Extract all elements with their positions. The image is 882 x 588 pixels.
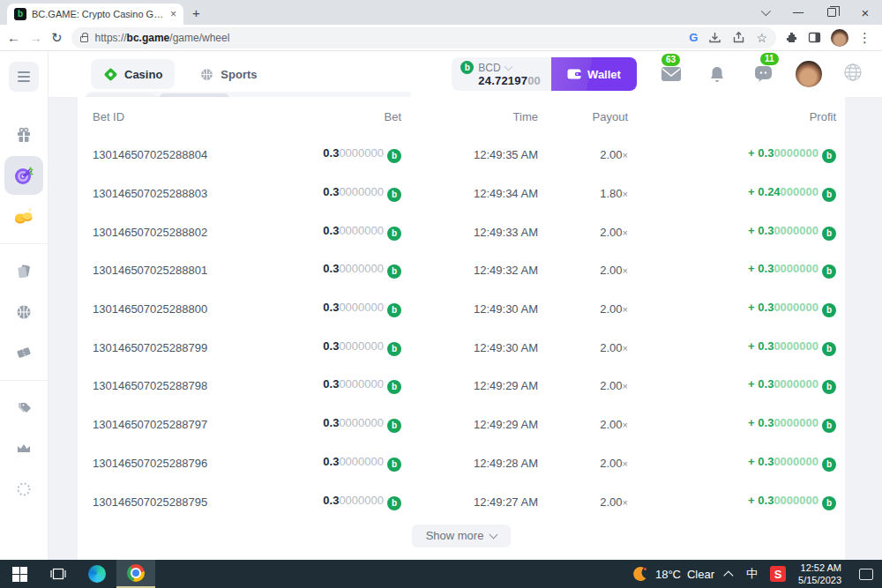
language-button[interactable] [843, 63, 863, 86]
ime-indicator[interactable]: 中 [746, 566, 758, 582]
col-payout: Payout [538, 110, 628, 123]
tab-sports[interactable]: Sports [191, 59, 265, 89]
weather-widget[interactable]: 18°C Clear [632, 565, 714, 583]
table-row[interactable]: 130146507025288795 0.30000000b 12:49:27 … [78, 482, 845, 521]
table-row[interactable]: 130146507025288796 0.30000000b 12:49:28 … [78, 444, 845, 483]
browser-profile-avatar[interactable] [831, 29, 848, 47]
bet-id: 130146507025288798 [93, 379, 280, 392]
bet-id: 130146507025288797 [93, 418, 280, 431]
restore-button[interactable] [815, 0, 848, 25]
tab-search-icon[interactable] [748, 0, 781, 25]
tab-casino[interactable]: Casino [91, 59, 175, 89]
table-row[interactable]: 130146507025288803 0.30000000b 12:49:34 … [78, 175, 845, 213]
clipped-tab-selected[interactable] [159, 93, 229, 97]
tags-icon [15, 399, 33, 417]
sidebar-item-community[interactable] [0, 469, 49, 510]
sidebar-item-sports[interactable] [0, 292, 49, 332]
address-bar[interactable]: https://bc.game/game/wheel G ☆ [71, 27, 776, 48]
reload-icon[interactable]: ↻ [51, 30, 63, 46]
coin-icon: b [822, 149, 836, 163]
start-button[interactable] [0, 560, 39, 588]
bet-payout: 2.00× [538, 379, 628, 392]
bet-payout: 2.00× [538, 264, 628, 277]
bet-time: 12:49:30 AM [401, 341, 538, 354]
bookmark-star-icon[interactable]: ☆ [756, 31, 767, 45]
minimize-button[interactable]: — [781, 0, 815, 25]
dots-circle-icon [15, 480, 33, 498]
share-icon[interactable] [732, 31, 745, 44]
sidebar-item-bonus[interactable] [0, 115, 49, 155]
forward-icon[interactable]: → [29, 30, 42, 45]
clock[interactable]: 12:52 AM 5/15/2023 [798, 562, 841, 587]
clipped-tab[interactable] [86, 93, 157, 97]
clock-date: 5/15/2023 [798, 574, 841, 586]
close-window-button[interactable]: × [848, 0, 882, 25]
bet-amount: 0.30000000b [280, 494, 401, 510]
sidebar-item-games[interactable] [0, 251, 49, 292]
task-view-button[interactable] [39, 560, 78, 588]
coin-icon: b [387, 188, 401, 202]
side-panel-icon[interactable] [808, 31, 821, 44]
save-page-icon[interactable] [708, 31, 721, 44]
coin-icon: b [387, 149, 401, 163]
coin-icon: b [387, 419, 401, 433]
bet-amount: 0.30000000b [280, 185, 401, 202]
coin-icon: b [387, 458, 401, 472]
balance-selector[interactable]: b BCD 24.7219700 [452, 57, 551, 91]
crown-icon [15, 440, 33, 458]
sidebar-item-casino-games[interactable] [0, 155, 49, 196]
chat-button[interactable]: 11 [751, 65, 774, 83]
chat-icon [754, 65, 773, 83]
table-row[interactable]: 130146507025288801 0.30000000b 12:49:32 … [78, 251, 845, 290]
gold-coins-icon [12, 205, 35, 227]
table-row[interactable]: 130146507025288800 0.30000000b 12:49:30 … [78, 290, 845, 329]
action-center-icon[interactable] [859, 569, 873, 580]
edge-button[interactable] [78, 560, 116, 588]
bet-amount: 0.30000000b [280, 301, 401, 317]
bet-id: 130146507025288800 [93, 302, 280, 316]
balance-amount: 24.7219700 [460, 74, 541, 87]
table-row[interactable]: 130146507025288798 0.30000000b 12:49:29 … [78, 367, 845, 406]
bet-payout: 2.00× [538, 457, 628, 470]
coin-icon: b [387, 303, 401, 317]
browser-menu-icon[interactable]: ⋮ [858, 30, 871, 46]
table-row[interactable]: 130146507025288802 0.30000000b 12:49:33 … [78, 212, 845, 251]
cards-icon [15, 263, 33, 280]
bets-card: Bet ID Bet Time Payout Profit 1301465070… [78, 97, 845, 560]
bet-time: 12:49:27 AM [401, 495, 538, 509]
user-avatar[interactable] [796, 61, 822, 87]
table-row[interactable]: 130146507025288804 0.30000000b 12:49:35 … [78, 136, 845, 175]
screen: b BC.GAME: Crypto Casino Games × + — × ←… [0, 0, 882, 588]
table-row[interactable]: 130146507025288797 0.30000000b 12:49:29 … [78, 406, 845, 444]
casino-diamond-icon [103, 67, 118, 82]
sidebar-toggle-button[interactable] [9, 62, 39, 92]
back-icon[interactable]: ← [7, 30, 20, 45]
wallet-button[interactable]: Wallet [551, 57, 637, 91]
windows-taskbar: 18°C Clear 中 S 12:52 AM 5/15/2023 [0, 560, 882, 588]
bet-payout: 1.80× [538, 187, 628, 200]
table-row[interactable]: 130146507025288799 0.30000000b 12:49:30 … [78, 328, 845, 367]
sidebar-item-racing[interactable] [0, 332, 49, 373]
site-viewport: Casino Sports b BCD 24.7219700 [0, 51, 882, 560]
sidebar-item-vip[interactable] [0, 428, 49, 469]
browser-tab[interactable]: b BC.GAME: Crypto Casino Games × [7, 4, 183, 25]
coin-icon: b [822, 380, 836, 394]
show-more-button[interactable]: Show more [412, 525, 512, 547]
notifications-button[interactable] [706, 65, 729, 84]
sogou-icon[interactable]: S [770, 566, 786, 582]
bcd-coin-icon: b [460, 61, 474, 74]
google-icon[interactable]: G [689, 31, 698, 44]
sidebar-item-promotions[interactable] [0, 388, 49, 428]
tab-close-icon[interactable]: × [170, 8, 176, 20]
weather-desc: Clear [687, 568, 714, 581]
extensions-icon[interactable] [785, 31, 798, 44]
hidden-icons-chevron[interactable] [723, 570, 733, 580]
bet-amount: 0.30000000b [280, 224, 401, 241]
messages-button[interactable]: 63 [660, 66, 683, 82]
coin-icon: b [387, 496, 401, 510]
chrome-button[interactable] [116, 560, 155, 588]
table-header: Bet ID Bet Time Payout Profit [78, 97, 845, 136]
new-tab-button[interactable]: + [192, 5, 200, 20]
bet-time: 12:49:34 AM [401, 187, 538, 200]
sidebar-item-rewards[interactable] [0, 196, 49, 236]
